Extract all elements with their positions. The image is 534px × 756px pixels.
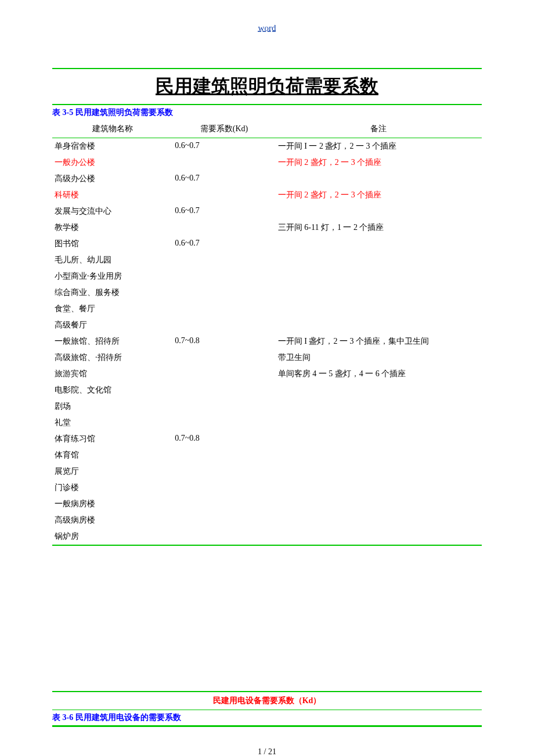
header-name: 建筑物名称 — [52, 120, 172, 138]
cell-kd: 0.6~0.7 — [172, 236, 276, 252]
cell-kd — [172, 301, 276, 317]
header-kd: 需要系数(Kd) — [172, 120, 276, 138]
cell-name: 小型商业·务业用房 — [52, 268, 172, 285]
section2-title: 民建用电设备需要系数（Kd） — [52, 692, 482, 710]
table-row: 高级餐厅 — [52, 317, 482, 333]
table-row: 教学楼三开间 6-11 灯，1 一 2 个插座 — [52, 219, 482, 236]
cell-note — [276, 480, 482, 496]
cell-note — [276, 171, 482, 187]
cell-note: 三开间 6-11 灯，1 一 2 个插座 — [276, 219, 482, 236]
cell-note — [276, 447, 482, 463]
cell-note: 带卫生间 — [276, 350, 482, 366]
cell-kd: 0.6~0.7 — [172, 203, 276, 219]
cell-note: 单间客房 4 一 5 盏灯，4 一 6 个插座 — [276, 366, 482, 382]
table-row: 发展与交流中心0.6~0.7 — [52, 203, 482, 219]
table-row: 锅炉房 — [52, 528, 482, 545]
cell-kd — [172, 382, 276, 398]
table-lighting-coefficients: 建筑物名称 需要系数(Kd) 备注 单身宿舍楼0.6~0.7一开间 I 一 2 … — [52, 120, 482, 545]
cell-kd — [172, 187, 276, 203]
cell-name: 高级旅馆、·招待所 — [52, 350, 172, 366]
section2-caption: 表 3-6 民用建筑用电设备的需要系数 — [52, 710, 482, 725]
cell-note: 一开间 2 盏灯，2 一 3 个插座 — [276, 187, 482, 203]
table-row: 毛儿所、幼儿园 — [52, 252, 482, 268]
cell-name: 门诊楼 — [52, 480, 172, 496]
cell-note — [276, 431, 482, 447]
main-title: 民用建筑照明负荷需要系数 — [52, 69, 482, 104]
table-row: 高级旅馆、·招待所带卫生间 — [52, 350, 482, 366]
table-row: 一般旅馆、招待所0.7~0.8一开间 I 盏灯，2 一 3 个插座，集中卫生间 — [52, 333, 482, 350]
cell-kd: 0.6~0.7 — [172, 138, 276, 155]
cell-name: 一般办公楼 — [52, 154, 172, 171]
divider — [52, 726, 482, 727]
table-row: 一般办公楼一开间 2 盏灯，2 一 3 个插座 — [52, 154, 482, 171]
table-row: 体育馆 — [52, 447, 482, 463]
cell-kd — [172, 268, 276, 285]
table-row: 电影院、文化馆 — [52, 382, 482, 398]
table-row: 门诊楼 — [52, 480, 482, 496]
cell-name: 体育练习馆 — [52, 431, 172, 447]
cell-note: 一开间 I 一 2 盏灯，2 一 3 个插座 — [276, 138, 482, 155]
page-footer: 1 / 21 — [52, 747, 482, 756]
table-row: 图书馆0.6~0.7 — [52, 236, 482, 252]
cell-kd: 0.7~0.8 — [172, 333, 276, 350]
cell-name: 锅炉房 — [52, 528, 172, 545]
table-row: 旅游宾馆单间客房 4 一 5 盏灯，4 一 6 个插座 — [52, 366, 482, 382]
cell-name: 科研楼 — [52, 187, 172, 203]
table-row: 单身宿舍楼0.6~0.7一开间 I 一 2 盏灯，2 一 3 个插座 — [52, 138, 482, 155]
cell-note — [276, 236, 482, 252]
cell-name: 发展与交流中心 — [52, 203, 172, 219]
table-row: 礼堂 — [52, 415, 482, 431]
table-row: 科研楼一开间 2 盏灯，2 一 3 个插座 — [52, 187, 482, 203]
cell-note: 一开间 I 盏灯，2 一 3 个插座，集中卫生间 — [276, 333, 482, 350]
cell-note — [276, 398, 482, 415]
cell-kd — [172, 447, 276, 463]
header-note: 备注 — [276, 120, 482, 138]
cell-note — [276, 512, 482, 528]
cell-name: 高级餐厅 — [52, 317, 172, 333]
cell-name: 一般旅馆、招待所 — [52, 333, 172, 350]
cell-kd — [172, 350, 276, 366]
cell-name: 剧场 — [52, 398, 172, 415]
cell-note: 一开间 2 盏灯，2 一 3 个插座 — [276, 154, 482, 171]
table-row: 高级办公楼0.6~0.7 — [52, 171, 482, 187]
cell-name: 展览厅 — [52, 463, 172, 480]
table-row: 体育练习馆0.7~0.8 — [52, 431, 482, 447]
cell-note — [276, 317, 482, 333]
cell-kd — [172, 480, 276, 496]
cell-note — [276, 415, 482, 431]
table-row: 综合商业、服务楼 — [52, 285, 482, 301]
cell-name: 高级办公楼 — [52, 171, 172, 187]
cell-name: 食堂、餐厅 — [52, 301, 172, 317]
table-header-row: 建筑物名称 需要系数(Kd) 备注 — [52, 120, 482, 138]
table-row: 食堂、餐厅 — [52, 301, 482, 317]
cell-name: 教学楼 — [52, 219, 172, 236]
cell-kd — [172, 285, 276, 301]
cell-kd — [172, 317, 276, 333]
table-row: 高级病房楼 — [52, 512, 482, 528]
cell-name: 综合商业、服务楼 — [52, 285, 172, 301]
table1-caption: 表 3-5 民用建筑照明负荷需要系数 — [52, 105, 482, 120]
cell-kd — [172, 398, 276, 415]
cell-note — [276, 528, 482, 545]
cell-note — [276, 203, 482, 219]
cell-kd — [172, 528, 276, 545]
cell-name: 单身宿舍楼 — [52, 138, 172, 155]
cell-note — [276, 382, 482, 398]
header-word: word — [52, 23, 482, 33]
section2-box: 民建用电设备需要系数（Kd） 表 3-6 民用建筑用电设备的需要系数 — [52, 691, 482, 726]
cell-name: 体育馆 — [52, 447, 172, 463]
cell-kd: 0.6~0.7 — [172, 171, 276, 187]
cell-kd — [172, 415, 276, 431]
cell-name: 图书馆 — [52, 236, 172, 252]
cell-note — [276, 496, 482, 512]
cell-kd — [172, 154, 276, 171]
cell-kd — [172, 512, 276, 528]
table-row: 展览厅 — [52, 463, 482, 480]
cell-name: 旅游宾馆 — [52, 366, 172, 382]
cell-note — [276, 301, 482, 317]
cell-kd — [172, 463, 276, 480]
cell-note — [276, 252, 482, 268]
table-row: 小型商业·务业用房 — [52, 268, 482, 285]
cell-note — [276, 268, 482, 285]
cell-note — [276, 463, 482, 480]
